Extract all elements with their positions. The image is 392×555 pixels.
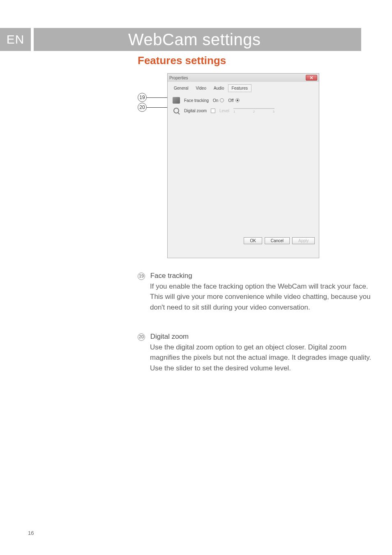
dialog-titlebar: Properties — [168, 74, 319, 82]
tick-3: 3 — [272, 110, 274, 113]
dialog-title: Properties — [169, 76, 188, 80]
properties-dialog: Properties General Video Audio Features … — [167, 73, 319, 258]
tab-strip: General Video Audio Features — [168, 82, 319, 92]
callout-20: 20 — [138, 103, 147, 112]
tab-features[interactable]: Features — [228, 84, 251, 92]
page-number: 16 — [28, 530, 34, 536]
apply-button[interactable]: Apply — [292, 237, 315, 244]
tick-1: 1 — [233, 110, 235, 113]
on-label: On — [213, 98, 218, 103]
tab-general[interactable]: General — [170, 84, 192, 92]
item-19-number: 19 — [138, 273, 145, 280]
zoom-icon-wrap — [173, 108, 180, 113]
item-19-text: If you enable the face tracking option t… — [150, 281, 372, 313]
face-tracking-label: Face tracking — [184, 98, 209, 103]
face-tracking-on-group: On — [213, 98, 224, 103]
item-20-number: 20 — [138, 333, 145, 341]
item-20-text: Use the digital zoom option to get an ob… — [150, 342, 372, 374]
digital-zoom-row: Digital zoom Level 1 2 3 — [173, 108, 314, 113]
off-label: Off — [228, 98, 233, 103]
magnifier-icon — [173, 108, 179, 113]
ok-button[interactable]: OK — [244, 237, 262, 244]
zoom-checkbox[interactable] — [211, 109, 215, 113]
tab-content: Face tracking On Off Digital zoom Level — [168, 92, 319, 248]
face-tracking-off-group: Off — [228, 98, 239, 103]
cancel-button[interactable]: Cancel — [265, 237, 290, 244]
section-title: Features settings — [138, 54, 226, 67]
item-20: 20 Digital zoom Use the digital zoom opt… — [138, 331, 372, 373]
tab-audio[interactable]: Audio — [210, 84, 228, 92]
tick-2: 2 — [253, 110, 255, 113]
tab-video[interactable]: Video — [192, 84, 210, 92]
radio-on[interactable] — [220, 98, 224, 102]
callout-19: 19 — [138, 93, 147, 102]
digital-zoom-label: Digital zoom — [184, 109, 207, 113]
language-badge: EN — [0, 28, 31, 51]
level-label: Level — [219, 109, 229, 113]
face-tracking-icon — [173, 97, 180, 104]
item-19: 19 Face tracking If you enable the face … — [138, 271, 372, 312]
zoom-slider-wrap: 1 2 3 — [233, 108, 274, 113]
face-tracking-row: Face tracking On Off — [173, 97, 314, 104]
item-19-title: Face tracking — [150, 272, 192, 280]
properties-screenshot: 19 20 Properties General Video Audio Fea… — [138, 73, 319, 260]
item-20-title: Digital zoom — [150, 333, 189, 340]
zoom-slider[interactable] — [233, 108, 274, 109]
radio-off[interactable] — [235, 98, 240, 102]
page-title: WebCam settings — [34, 28, 361, 51]
close-button[interactable] — [306, 75, 317, 81]
zoom-ticks: 1 2 3 — [233, 110, 274, 113]
dialog-buttons: OK Cancel Apply — [244, 237, 315, 244]
